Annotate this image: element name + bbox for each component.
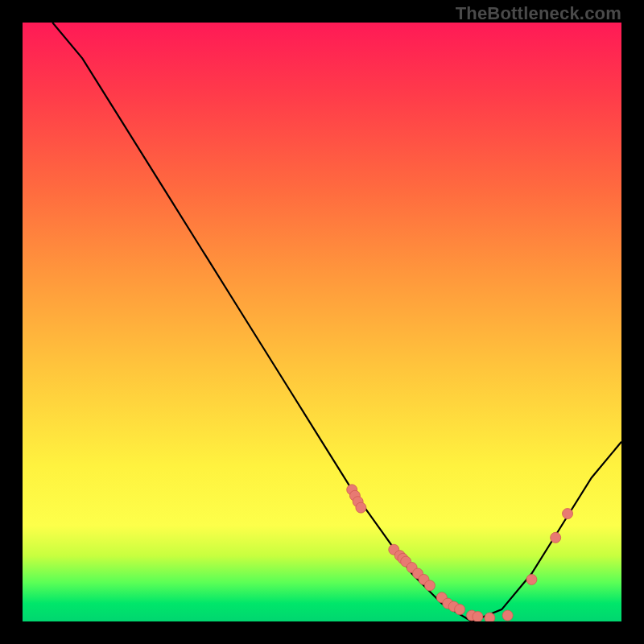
data-point [563,509,573,519]
data-point [502,610,513,621]
data-point [455,605,465,615]
data-point [473,612,483,621]
chart-svg [23,23,621,621]
data-point [485,613,495,621]
data-points [347,485,573,621]
data-point [526,574,537,584]
plot-area [23,23,621,621]
bottleneck-curve [52,23,621,621]
watermark-text: TheBottleneck.com [456,3,621,24]
chart-frame: TheBottleneck.com [0,0,644,644]
data-point [424,580,435,591]
data-point [551,532,561,543]
data-point [356,502,366,513]
